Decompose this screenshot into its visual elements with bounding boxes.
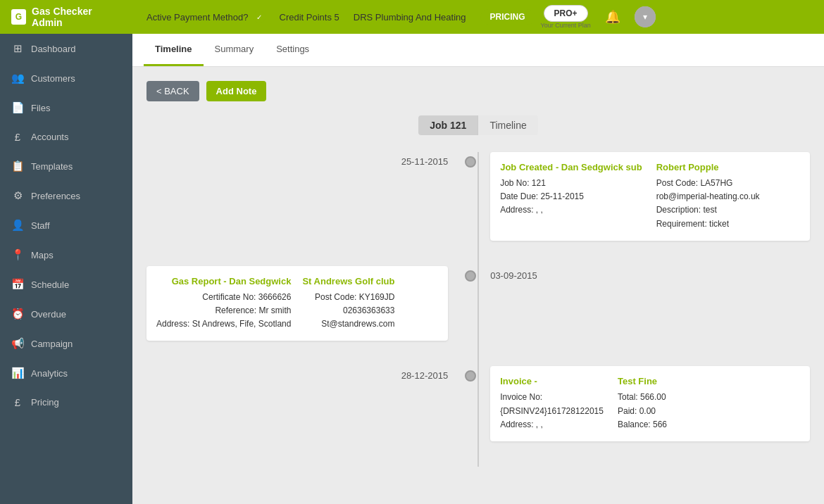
app: G Gas Checker Admin Active Payment Metho… [0, 0, 824, 504]
entry-1-left-col: Job Created - Dan Sedgwick sub Job No: 1… [500, 162, 642, 231]
tab-summary[interactable]: Summary [204, 34, 266, 66]
sidebar-item-customers[interactable]: 👥 Customers [0, 63, 132, 93]
entry-1-date-side: 25-11-2015 [146, 152, 465, 167]
sidebar-label-maps: Maps [31, 250, 54, 260]
schedule-icon: 📅 [11, 278, 24, 291]
entry-1-field-1: Job No: 121 [500, 177, 642, 190]
entry-1-field-2: Date Due: 25-11-2015 [500, 190, 642, 203]
sidebar-label-templates: Templates [31, 161, 73, 172]
top-bar: G Gas Checker Admin Active Payment Metho… [0, 0, 824, 34]
main-content: < BACK Add Note Job 121 Timeline [132, 67, 824, 504]
entry-3-paid: Paid: 0.00 [618, 405, 667, 418]
entry-1-card-inner: Job Created - Dan Sedgwick sub Job No: 1… [500, 162, 800, 231]
top-bar-info: Active Payment Method? Credit Points 5 D… [132, 5, 824, 29]
staff-icon: 👤 [11, 219, 24, 232]
sidebar-item-maps[interactable]: 📍 Maps [0, 240, 132, 270]
entry-3-card: Invoice - Invoice No: {DRSINV24}16172812… [490, 366, 810, 441]
entry-1-requirement: Requirement: ticket [656, 218, 760, 231]
templates-icon: 📋 [11, 160, 24, 172]
sidebar-item-files[interactable]: 📄 Files [0, 93, 132, 122]
entry-3-address: Address: , , [500, 418, 604, 431]
pricing-button[interactable]: PRICING [480, 9, 535, 25]
entry-3-title: Invoice - [500, 376, 604, 386]
tab-settings[interactable]: Settings [265, 34, 320, 66]
add-note-button[interactable]: Add Note [206, 81, 267, 101]
sidebar-item-preferences[interactable]: ⚙ Preferences [0, 181, 132, 210]
brand-icon: G [11, 9, 26, 25]
company-name: DRS Plumbing And Heating [354, 12, 466, 23]
sidebar-item-campaign[interactable]: 📢 Campaign [0, 329, 132, 358]
tabs-bar: Timeline Summary Settings [132, 34, 824, 67]
dashboard-icon: ⊞ [11, 42, 24, 55]
entry-2-title: Gas Report - Dan Sedgwick [156, 276, 291, 286]
entry-1-card: Job Created - Dan Sedgwick sub Job No: 1… [490, 152, 810, 241]
timeline-header-label: Timeline [477, 115, 537, 135]
files-icon: 📄 [11, 101, 24, 114]
entry-1-dot [465, 156, 476, 168]
sidebar-item-analytics[interactable]: 📊 Analytics [0, 358, 132, 388]
entry-3-dot [465, 370, 476, 382]
accounts-icon: £ [11, 131, 24, 143]
credit-points: Credit Points 5 [280, 12, 339, 23]
entry-2-phone: 02636363633 [302, 304, 394, 317]
entry-1-contact-name: Robert Popple [656, 162, 760, 172]
entry-3-date-side: 28-12-2015 [146, 366, 465, 381]
entry-1-date: 25-11-2015 [401, 156, 449, 167]
brand-name: Gas Checker Admin [32, 6, 121, 28]
campaign-icon: 📢 [11, 337, 24, 350]
entry-2-postcode: Post Code: KY169JD [302, 291, 394, 304]
job-header: Job 121 Timeline [418, 115, 538, 135]
entry-1-postcode: Post Code: LA57HG [656, 177, 760, 190]
sidebar-item-staff[interactable]: 👤 Staff [0, 210, 132, 240]
notifications-bell-icon[interactable]: 🔔 [605, 9, 620, 25]
avatar[interactable]: ▾ [635, 6, 656, 27]
entry-3-contact-name: Test Fine [618, 376, 667, 386]
timeline-entry-3: 28-12-2015 Invoice - Invoice No: [146, 366, 810, 441]
entry-3-right-col: Test Fine Total: 566.00 Paid: 0.00 Balan… [618, 376, 667, 431]
entry-2-right-col: St Andrews Golf club Post Code: KY169JD … [302, 276, 394, 332]
brand: G Gas Checker Admin [0, 0, 132, 34]
sidebar: ⊞ Dashboard 👥 Customers 📄 Files £ Accoun… [0, 34, 132, 504]
entry-1-description: Description: test [656, 203, 760, 217]
entry-1-right-col: Robert Popple Post Code: LA57HG rob@impe… [656, 162, 760, 231]
back-button[interactable]: < BACK [146, 81, 199, 101]
payment-label: Active Payment Method? [146, 12, 249, 23]
sidebar-label-dashboard: Dashboard [31, 44, 76, 54]
entry-2-card: Gas Report - Dan Sedgwick Certificate No… [146, 266, 448, 341]
entry-2-date-side: 03-09-2015 [490, 266, 810, 281]
tab-timeline[interactable]: Timeline [144, 34, 204, 66]
content-area: Timeline Summary Settings < BACK Add Not… [132, 34, 824, 504]
entry-2-left-col: Gas Report - Dan Sedgwick Certificate No… [156, 276, 291, 332]
entry-2-date: 03-09-2015 [490, 270, 537, 281]
analytics-icon: 📊 [11, 367, 24, 379]
overdue-icon: ⏰ [11, 308, 24, 320]
sidebar-label-pricing: Pricing [31, 397, 59, 408]
entry-3-card-inner: Invoice - Invoice No: {DRSINV24}16172812… [500, 376, 800, 431]
pro-button[interactable]: PRO+ [544, 5, 588, 22]
sidebar-item-accounts[interactable]: £ Accounts [0, 122, 132, 151]
maps-icon: 📍 [11, 248, 24, 261]
entry-1-title: Job Created - Dan Sedgwick sub [500, 162, 642, 172]
entry-3-total: Total: 566.00 [618, 391, 667, 404]
sidebar-label-staff: Staff [31, 220, 50, 231]
action-bar: < BACK Add Note [146, 81, 810, 101]
entry-2-cert: Certificate No: 3666626 [156, 291, 291, 304]
timeline-container: Job 121 Timeline 25-11-2015 [146, 115, 810, 467]
sidebar-item-schedule[interactable]: 📅 Schedule [0, 270, 132, 299]
timeline-entry-1: 25-11-2015 Job Created - Dan Sedgwick su… [146, 152, 810, 241]
entry-2-left-side: Gas Report - Dan Sedgwick Certificate No… [146, 266, 465, 341]
sidebar-label-accounts: Accounts [31, 132, 68, 142]
sidebar-item-templates[interactable]: 📋 Templates [0, 151, 132, 181]
sidebar-item-pricing[interactable]: £ Pricing [0, 388, 132, 417]
entry-2-dot [465, 270, 476, 282]
sidebar-label-overdue: Overdue [31, 309, 66, 320]
sidebar-item-overdue[interactable]: ⏰ Overdue [0, 299, 132, 329]
sidebar-label-schedule: Schedule [31, 279, 69, 290]
entry-3-invoice-no: {DRSINV24}161728122015 [500, 405, 604, 418]
entry-3-date: 28-12-2015 [401, 370, 449, 381]
sidebar-item-dashboard[interactable]: ⊞ Dashboard [0, 34, 132, 63]
entry-2-contact-name: St Andrews Golf club [302, 276, 394, 286]
sidebar-label-campaign: Campaign [31, 339, 73, 349]
job-label: Job 121 [418, 115, 477, 135]
main-area: ⊞ Dashboard 👥 Customers 📄 Files £ Accoun… [0, 34, 824, 504]
